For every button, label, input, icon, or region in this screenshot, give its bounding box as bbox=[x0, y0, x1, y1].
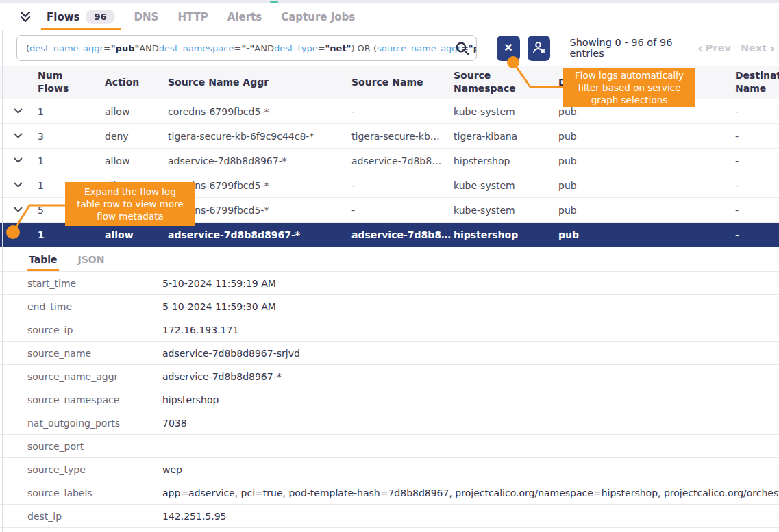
expand-row-toggle[interactable] bbox=[0, 157, 38, 164]
detail-field-value: app=adservice, pci=true, pod-template-ha… bbox=[162, 487, 779, 498]
detail-field-row: source_ip172.16.193.171 bbox=[0, 318, 779, 342]
expand-row-toggle[interactable] bbox=[0, 207, 38, 213]
query-segment-val: "-" bbox=[241, 43, 254, 53]
cell-action: deny bbox=[105, 131, 168, 142]
detail-field-key: source_ip bbox=[27, 325, 162, 335]
cell-dest-name-aggr: pub bbox=[558, 131, 735, 142]
collapse-panel-button[interactable] bbox=[14, 7, 37, 27]
header-action: Action bbox=[105, 76, 168, 89]
detail-field-value: wep bbox=[162, 464, 779, 475]
query-segment-op: = bbox=[318, 43, 325, 53]
flow-row[interactable]: 1allowadservice-7d8b8d8967-*adservice-7d… bbox=[0, 149, 779, 173]
chevron-left-icon: ‹ bbox=[697, 42, 703, 55]
detail-field-key: dest_ip bbox=[27, 511, 162, 522]
detail-field-value: adservice-7d8b8d8967-srjvd bbox=[162, 348, 779, 359]
cropped-content-artifact bbox=[270, 1, 278, 3]
expand-row-toggle[interactable] bbox=[0, 133, 38, 139]
cell-source-name-aggr: adservice-7d8b8d8967-* bbox=[168, 229, 351, 240]
expand-chevron-icon bbox=[14, 182, 23, 188]
cell-destination-name: - bbox=[735, 106, 779, 117]
filter-toolbar: (dest_name_aggr = "pub" AND dest_namespa… bbox=[0, 30, 779, 66]
query-segment-field: source_name_aggr bbox=[377, 43, 461, 53]
tab-alerts[interactable]: Alerts bbox=[218, 3, 271, 30]
expand-chevron-icon bbox=[14, 157, 23, 164]
cell-num-flows: 1 bbox=[38, 229, 105, 240]
detail-field-value: 5-10-2024 11:59:19 AM bbox=[162, 278, 779, 289]
expand-chevron-icon bbox=[14, 133, 23, 139]
detail-tab-table[interactable]: Table bbox=[27, 249, 59, 271]
detail-field-row: nat_outgoing_ports7038 bbox=[0, 411, 779, 435]
flow-row[interactable]: 3denytigera-secure-kb-6f9c9c44c8-*tigera… bbox=[0, 124, 779, 149]
cell-source-name-aggr: tigera-secure-kb-6f9c9c44c8-* bbox=[168, 131, 351, 142]
expand-row-toggle[interactable] bbox=[0, 182, 38, 188]
cell-dest-name-aggr: pub bbox=[558, 180, 735, 191]
flow-detail-tabs: Table JSON bbox=[0, 247, 779, 272]
cell-source-name: - bbox=[351, 106, 454, 117]
callout-filter-note: Flow logs automatically filter based on … bbox=[563, 68, 695, 107]
tab-http[interactable]: HTTP bbox=[168, 3, 217, 30]
cell-action: allow bbox=[105, 155, 168, 166]
detail-field-row: start_time5-10-2024 11:59:19 AM bbox=[0, 272, 779, 295]
expand-chevron-icon bbox=[14, 108, 23, 114]
detail-field-row: source_nameadservice-7d8b8d8967-srjvd bbox=[0, 342, 779, 365]
double-chevron-down-icon bbox=[18, 11, 33, 23]
detail-field-key: source_name bbox=[27, 348, 162, 359]
query-segment-field: dest_namespace bbox=[159, 43, 234, 53]
detail-field-key: end_time bbox=[27, 301, 162, 312]
detail-tab-json[interactable]: JSON bbox=[77, 249, 106, 271]
header-destination-name: Destination Name bbox=[735, 69, 779, 95]
expand-chevron-icon bbox=[14, 207, 23, 213]
detail-field-key: source_type bbox=[27, 464, 162, 475]
prev-page-button[interactable]: ‹Prev bbox=[697, 42, 731, 55]
expand-row-toggle[interactable] bbox=[0, 108, 38, 114]
query-segment-field: dest_name_aggr bbox=[29, 43, 103, 53]
cell-source-name-aggr: adservice-7d8b8d8967-* bbox=[168, 155, 351, 166]
detail-field-value: 172.16.193.171 bbox=[162, 325, 779, 335]
active-tab-underline bbox=[41, 28, 121, 30]
callout-expand-note: Expand the flow log table row to view mo… bbox=[65, 182, 195, 226]
detail-field-key: source_labels bbox=[27, 487, 162, 498]
cell-source-namespace: tigera-kibana bbox=[454, 131, 558, 142]
detail-field-key: nat_outgoing_ports bbox=[27, 418, 162, 429]
tab-flows[interactable]: Flows 96 bbox=[37, 3, 125, 30]
next-page-button[interactable]: Next› bbox=[741, 42, 775, 55]
query-segment-field: dest_type bbox=[274, 43, 318, 53]
tab-capture-jobs[interactable]: Capture Jobs bbox=[271, 3, 364, 30]
cell-dest-name-aggr: pub bbox=[558, 229, 735, 240]
query-segment-punct: ) OR ( bbox=[351, 43, 377, 53]
query-segment-val: "pub" bbox=[111, 43, 139, 53]
header-source-namespace: Source Namespace bbox=[454, 69, 558, 95]
query-segment-val: "net" bbox=[325, 43, 351, 53]
detail-field-row: source_port bbox=[0, 435, 779, 458]
person-gear-icon bbox=[531, 40, 547, 56]
detail-field-key: source_port bbox=[27, 441, 162, 452]
cell-source-name: adservice-7d8b8… bbox=[351, 229, 454, 240]
detail-field-value: hipstershop bbox=[162, 394, 779, 405]
cell-destination-name: - bbox=[735, 229, 779, 240]
cell-destination-name: - bbox=[735, 155, 779, 166]
cell-num-flows: 3 bbox=[38, 131, 105, 142]
detail-field-key: start_time bbox=[27, 278, 162, 289]
search-icon[interactable] bbox=[455, 41, 470, 58]
cell-source-namespace: hipstershop bbox=[454, 155, 558, 166]
cell-destination-name: - bbox=[735, 131, 779, 142]
cell-action: allow bbox=[105, 229, 168, 240]
query-segment-op: AND bbox=[254, 43, 274, 53]
cell-num-flows: 1 bbox=[38, 106, 105, 117]
detail-field-row: source_labelsapp=adservice, pci=true, po… bbox=[0, 481, 779, 505]
cell-source-name-aggr: coredns-6799fbcd5-* bbox=[168, 205, 351, 216]
detail-field-value: adservice-7d8b8d8967-* bbox=[162, 371, 779, 382]
user-settings-button[interactable] bbox=[528, 36, 551, 61]
tab-dns[interactable]: DNS bbox=[125, 3, 169, 30]
header-source-name-aggr: Source Name Aggr bbox=[168, 76, 351, 89]
cell-source-name: tigera-secure-kb… bbox=[351, 131, 454, 142]
detail-field-row: source_typewep bbox=[0, 458, 779, 481]
cell-num-flows: 1 bbox=[38, 155, 105, 166]
cell-source-name-aggr: coredns-6799fbcd5-* bbox=[168, 106, 351, 117]
detail-field-row: dest_ip142.251.5.95 bbox=[0, 505, 779, 528]
flow-row-selected[interactable]: 1allowadservice-7d8b8d8967-*adservice-7d… bbox=[0, 223, 779, 247]
flow-detail-table: start_time5-10-2024 11:59:19 AMend_time5… bbox=[0, 272, 779, 528]
clear-filter-button[interactable]: ✕ bbox=[497, 36, 520, 61]
query-segment-op: AND bbox=[139, 43, 159, 53]
filter-query-input[interactable]: (dest_name_aggr = "pub" AND dest_namespa… bbox=[16, 35, 477, 61]
